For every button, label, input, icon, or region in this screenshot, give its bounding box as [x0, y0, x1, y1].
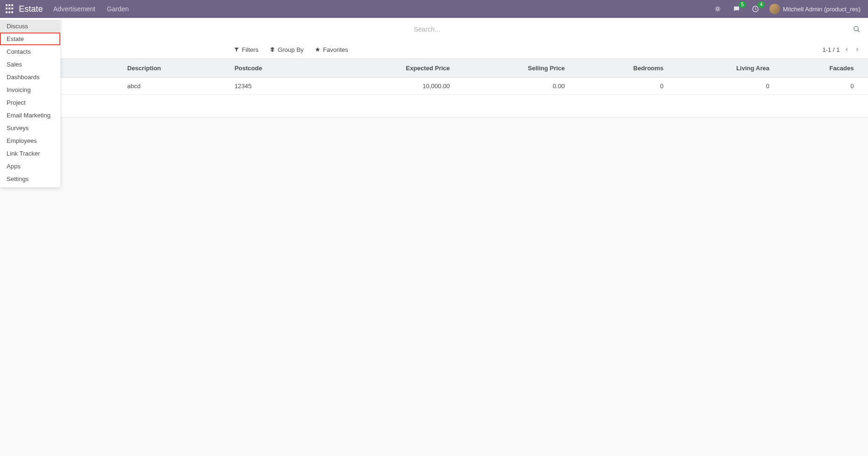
funnel-icon: [234, 47, 239, 52]
messaging-badge: 5: [739, 1, 746, 8]
cell-selling_price: 0.00: [455, 78, 570, 95]
table-row[interactable]: abcd1234510,000.000.00000: [0, 78, 868, 95]
apps-menu-icon[interactable]: [6, 4, 15, 14]
app-menu-item-estate[interactable]: Estate: [0, 33, 60, 45]
pager-text: 1-1 / 1: [822, 46, 840, 53]
table-body: abcd1234510,000.000.00000: [0, 78, 868, 95]
app-menu-item-contacts[interactable]: Contacts: [0, 45, 60, 58]
app-menu-item-link-tracker[interactable]: Link Tracker: [0, 147, 60, 160]
list-view: DescriptionPostcodeExpected PriceSelling…: [0, 59, 868, 117]
column-header-expected_price[interactable]: Expected Price: [322, 59, 455, 78]
app-brand[interactable]: Estate: [19, 4, 43, 14]
column-header-bedrooms[interactable]: Bedrooms: [569, 59, 668, 78]
app-switcher-menu: DiscussEstateContactsSalesDashboardsInvo…: [0, 18, 60, 187]
app-menu-item-dashboards[interactable]: Dashboards: [0, 71, 60, 83]
nav-link-garden[interactable]: Garden: [107, 5, 129, 13]
filters-label: Filters: [242, 46, 258, 53]
table-header-row: DescriptionPostcodeExpected PriceSelling…: [0, 59, 868, 78]
pager: 1-1 / 1: [822, 46, 860, 53]
pager-next-button[interactable]: [854, 47, 860, 52]
app-menu-item-sales[interactable]: Sales: [0, 58, 60, 71]
column-header-living_area[interactable]: Living Area: [668, 59, 774, 78]
cell-expected_price: 10,000.00: [322, 78, 455, 95]
favorites-label: Favorites: [323, 46, 348, 53]
activity-icon[interactable]: 4: [751, 4, 760, 14]
column-header-postcode[interactable]: Postcode: [230, 59, 322, 78]
search-input[interactable]: [414, 25, 847, 33]
star-icon: [315, 47, 320, 52]
column-header-description[interactable]: Description: [123, 59, 230, 78]
filters-button[interactable]: Filters: [234, 46, 258, 53]
chevron-right-icon: [855, 47, 860, 52]
cell-facades: 0: [774, 78, 859, 95]
svg-point-0: [717, 8, 719, 10]
chevron-left-icon: [844, 47, 849, 52]
user-menu[interactable]: Mitchell Admin (product_res): [783, 6, 860, 13]
main-navbar: Estate Advertisement Garden 5 4 Mitchell…: [0, 0, 868, 18]
cell-living_area: 0: [668, 78, 774, 95]
app-menu-item-surveys[interactable]: Surveys: [0, 122, 60, 134]
user-avatar[interactable]: [770, 4, 780, 14]
svg-point-2: [854, 26, 858, 31]
data-table: DescriptionPostcodeExpected PriceSelling…: [0, 59, 868, 95]
groupby-label: Group By: [278, 46, 303, 53]
app-menu-item-email-marketing[interactable]: Email Marketing: [0, 109, 60, 122]
app-menu-item-invoicing[interactable]: Invoicing: [0, 83, 60, 96]
app-menu-item-employees[interactable]: Employees: [0, 134, 60, 147]
layers-icon: [270, 47, 275, 52]
table-footer-spacer: [0, 95, 868, 117]
messaging-icon[interactable]: 5: [732, 4, 741, 14]
debug-icon[interactable]: [713, 4, 722, 14]
cell-bedrooms: 0: [569, 78, 668, 95]
column-header-selling_price[interactable]: Selling Price: [455, 59, 570, 78]
cell-description: abcd: [123, 78, 230, 95]
activity-badge: 4: [758, 1, 765, 8]
favorites-button[interactable]: Favorites: [315, 46, 348, 53]
control-panel: Filters Group By Favorites 1-1 / 1: [0, 18, 868, 59]
column-header-facades[interactable]: Facades: [774, 59, 859, 78]
nav-link-advertisement[interactable]: Advertisement: [53, 5, 95, 13]
app-menu-item-discuss[interactable]: Discuss: [0, 20, 60, 33]
app-menu-item-project[interactable]: Project: [0, 96, 60, 109]
search-icon[interactable]: [853, 25, 860, 33]
app-menu-item-apps[interactable]: Apps: [0, 160, 60, 173]
pager-prev-button[interactable]: [843, 47, 850, 52]
app-menu-item-settings[interactable]: Settings: [0, 173, 60, 185]
cell-postcode: 12345: [230, 78, 322, 95]
groupby-button[interactable]: Group By: [270, 46, 303, 53]
